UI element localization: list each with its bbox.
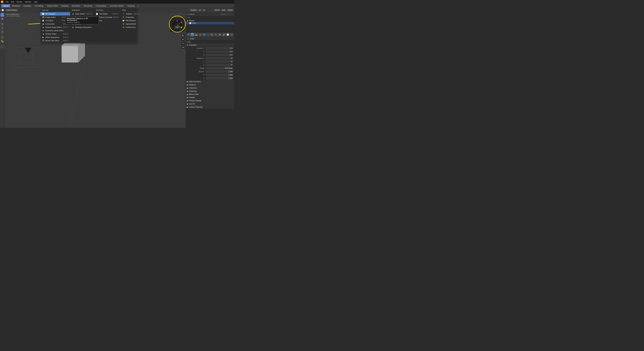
tab-geometry-nodes[interactable]: Geometry Nodes <box>108 4 125 7</box>
prop-physics-btn[interactable]: ⚡ <box>218 33 222 36</box>
file-browser-icon: 📁 <box>122 19 125 22</box>
prop-modifier-btn[interactable]: 🔧 <box>210 33 214 36</box>
viewport-display-section[interactable]: ▶ Viewport Display <box>186 99 234 102</box>
tab-rendering[interactable]: Rendering <box>82 4 94 7</box>
tab-layout[interactable]: Layout <box>1 4 10 7</box>
delta-transform-section[interactable]: ▶ Delta Transform <box>186 80 234 83</box>
prop-world-btn[interactable]: 🌐 <box>202 33 206 36</box>
viewport-display-expand-icon: ▶ <box>187 100 188 102</box>
location-z-value[interactable]: 0 m <box>206 54 233 56</box>
relations-section[interactable]: ▶ Relations <box>186 83 234 86</box>
viewport-move-icon[interactable]: ✥ <box>181 46 185 49</box>
prop-output-btn[interactable]: 📤 <box>194 33 198 36</box>
collections-expand-icon: ▶ <box>187 87 188 89</box>
location-x-value[interactable]: 0 m <box>206 47 233 49</box>
line-art-section[interactable]: ▶ Line Art <box>186 102 234 105</box>
add-tab-button[interactable]: + <box>136 4 139 7</box>
scale-tool[interactable]: ⤢ <box>0 26 4 30</box>
dropdown-file-browser[interactable]: 📁 File Browser <box>121 19 140 22</box>
add-menu-button[interactable]: Add <box>221 9 226 11</box>
menu-edit[interactable]: Edit <box>10 0 15 3</box>
image-editor-icon: 🖼 <box>42 16 44 18</box>
prop-constraints-btn[interactable]: 🔗 <box>222 33 226 36</box>
dropdown-spreadsheet[interactable]: ⊞ Spreadsheet <box>121 22 140 25</box>
tab-scripting[interactable]: Scripting <box>126 4 136 7</box>
menu-file[interactable]: File <box>5 0 10 3</box>
object-mode-button[interactable]: Object Mode ▾ <box>5 9 18 11</box>
prop-particles-btn[interactable]: ✦ <box>214 33 218 36</box>
menu-window[interactable]: Window <box>24 0 32 3</box>
proportional-edit-button[interactable]: ◎ <box>202 9 206 11</box>
scale-y-value[interactable]: 1.000 <box>206 74 233 76</box>
dropdown-video-sequencer[interactable]: ▶ Video Sequencer Shift F8 <box>40 36 70 39</box>
instancing-section[interactable]: ▶ Instancing <box>186 90 234 93</box>
dropdown-scripting-col: Scripting 📄 Text Editor Shift F11 >_ Pyt… <box>94 8 121 43</box>
dropdown-animation-col: Animation ◈ Dope Sheet Shift F12 ◈ Timel… <box>70 8 94 43</box>
rotation-mode-value[interactable]: XYZ Euler <box>206 67 233 69</box>
prop-view-layer-btn[interactable]: 🗂 <box>198 33 202 36</box>
prop-material-btn[interactable]: ● <box>230 33 234 36</box>
left-toolbar: ↖ ✥ ↻ ⤢ ✛ ✎ 📏 ⬛ <box>0 12 5 128</box>
scale-z-value[interactable]: 1.000 <box>206 77 233 79</box>
tab-sculpting[interactable]: Sculpting <box>22 4 33 7</box>
blender-logo-icon: B <box>1 0 4 3</box>
outliner-item-scene[interactable]: ▶ Scene <box>186 19 234 22</box>
snap-button[interactable]: ⊕ <box>198 9 202 11</box>
rotation-y-value[interactable]: 0° <box>206 60 233 63</box>
collections-section[interactable]: ▶ Collections <box>186 86 234 90</box>
outliner-item-cube[interactable]: ⬜ Cube <box>186 22 234 24</box>
dropdown-outliner[interactable]: ≡ Outliner Shift F9 <box>121 12 140 15</box>
viewport-rotate-icon[interactable]: ↻ <box>181 42 185 45</box>
svg-text:B: B <box>1 1 2 3</box>
dropdown-dope-sheet[interactable]: ◈ Dope Sheet Shift F12 <box>70 12 94 15</box>
cursor-tool[interactable]: ↖ <box>0 13 4 17</box>
dropdown-preferences[interactable]: ⚙ Preferences <box>121 25 140 29</box>
dope-sheet-icon: ◈ <box>72 13 74 15</box>
rotation-x-value[interactable]: 0° <box>206 57 233 59</box>
prop-object-btn[interactable]: ⬛ <box>206 33 210 36</box>
add-cube-tool[interactable]: ⬛ <box>0 45 4 48</box>
dropdown-3d-viewport[interactable]: ⬜ 3D Viewport Shift F5 <box>40 12 70 15</box>
viewport-zoom-out[interactable]: 🔍 <box>181 38 185 41</box>
tab-shading[interactable]: Shading <box>60 4 70 7</box>
object-menu-button[interactable]: Object <box>227 9 234 11</box>
outliner-search-input[interactable] <box>220 13 233 15</box>
select-menu-button[interactable]: Select <box>214 9 220 11</box>
scale-x-value[interactable]: 1.000 <box>206 70 233 73</box>
menu-help[interactable]: Help <box>33 0 39 3</box>
tab-uv-editing[interactable]: UV Editing <box>33 4 45 7</box>
motion-paths-section[interactable]: ▶ Motion Paths <box>186 93 234 96</box>
dropdown-movie-clip-editor[interactable]: 🎬 Movie Clip Editor Shift F2 <box>40 39 70 42</box>
dropdown-texture-node-editor[interactable]: ◈ Texture Node Editor Shift F3 <box>40 25 70 29</box>
location-y-value[interactable]: 0 m <box>206 50 233 53</box>
dropdown-geometry-node-editor[interactable]: ◈ Geometry Node Editor <box>40 29 70 32</box>
tab-texture-paint[interactable]: Texture Paint <box>45 4 60 7</box>
rotation-z-value[interactable]: 0° <box>206 64 233 66</box>
dropdown-text-editor[interactable]: 📄 Text Editor Shift F11 <box>94 12 121 15</box>
transform-tool[interactable]: ✛ <box>0 30 4 34</box>
prop-scene-btn[interactable]: 🎬 <box>186 33 190 36</box>
menu-render[interactable]: Render <box>16 0 24 3</box>
annotate-tool[interactable]: ✎ <box>0 35 4 39</box>
dropdown-shader-editor[interactable]: ◈ Shader Editor Shift F3 <box>40 32 70 36</box>
dropdown-general-title: General <box>40 8 70 12</box>
editor-type-button[interactable]: ⬜ <box>1 9 5 11</box>
dropdown-nonlinear-animation[interactable]: ◈ Nonlinear Animation <box>70 25 94 29</box>
move-tool[interactable]: ✥ <box>0 17 4 21</box>
editor-type-dropdown[interactable]: General ⬜ 3D Viewport Shift F5 🖼 Image E… <box>40 8 137 43</box>
prop-data-btn[interactable]: 📊 <box>226 33 230 36</box>
scene-icon: ▶ <box>187 20 188 21</box>
measure-tool[interactable]: 📏 <box>0 39 4 43</box>
tab-animation[interactable]: Animation <box>70 4 82 7</box>
cube-name-field[interactable]: Cube <box>187 41 233 43</box>
tab-compositing[interactable]: Compositing <box>94 4 108 7</box>
global-orient-button[interactable]: Global ▾ <box>190 9 198 11</box>
dropdown-properties[interactable]: ⚙ Properties <box>121 15 140 19</box>
prop-render-btn[interactable]: 📷 <box>190 33 194 36</box>
viewport-zoom-in[interactable]: 🔍 <box>181 34 185 37</box>
rotate-tool[interactable]: ↻ <box>0 22 4 26</box>
transform-section-title[interactable]: ▼ Transform <box>186 43 234 47</box>
custom-props-section[interactable]: ▶ Custom Properties <box>186 105 234 109</box>
tab-modeling[interactable]: Modeling <box>10 4 22 7</box>
visibility-section[interactable]: ▶ Visibility <box>186 96 234 99</box>
